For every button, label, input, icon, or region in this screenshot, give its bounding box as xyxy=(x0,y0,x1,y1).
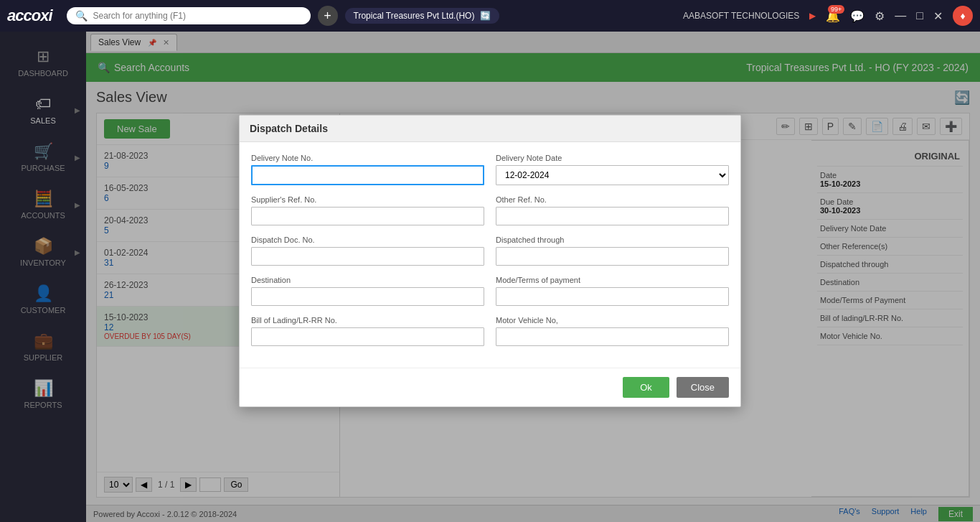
destination-input[interactable] xyxy=(251,287,484,306)
minimize-icon[interactable]: — xyxy=(895,9,906,22)
ok-button[interactable]: Ok xyxy=(623,377,669,398)
supplier-ref-no-input[interactable] xyxy=(251,207,484,225)
modal-close-button[interactable]: Close xyxy=(677,377,729,398)
dispatched-through-field: Dispatched through xyxy=(496,236,729,266)
mode-terms-label: Mode/Terms of payment xyxy=(496,276,729,284)
top-bar: accoxi 🔍 + Tropical Treasures Pvt Ltd.(H… xyxy=(0,0,980,32)
modal-overlay: Dispatch Details Delivery Note No. Deliv… xyxy=(0,0,980,522)
bill-of-lading-label: Bill of Lading/LR-RR No. xyxy=(251,316,484,325)
dispatch-doc-no-field: Dispatch Doc. No. xyxy=(251,236,484,266)
modal-body: Delivery Note No. Delivery Note Date 12-… xyxy=(240,142,740,368)
destination-label: Destination xyxy=(251,276,484,284)
supplier-ref-no-label: Supplier's Ref. No. xyxy=(251,195,484,204)
add-button[interactable]: + xyxy=(318,6,338,26)
notification-bell[interactable]: 🔔 99+ xyxy=(826,9,840,23)
search-icon: 🔍 xyxy=(75,10,88,22)
motor-vehicle-label: Motor Vehicle No, xyxy=(496,316,729,325)
modal-row-5: Bill of Lading/LR-RR No. Motor Vehicle N… xyxy=(251,316,729,346)
global-search-bar[interactable]: 🔍 xyxy=(67,7,311,24)
motor-vehicle-field: Motor Vehicle No, xyxy=(496,316,729,346)
delivery-note-no-input[interactable] xyxy=(251,165,484,185)
top-right-controls: AABASOFT TECHNOLOGIES ▶ 🔔 99+ 💬 ⚙ — □ ✕ … xyxy=(683,6,973,26)
dispatch-details-modal: Dispatch Details Delivery Note No. Deliv… xyxy=(239,115,741,407)
motor-vehicle-input[interactable] xyxy=(496,327,729,346)
modal-row-2: Supplier's Ref. No. Other Ref. No. xyxy=(251,195,729,225)
other-ref-no-input[interactable] xyxy=(496,207,729,225)
app-logo: accoxi xyxy=(7,6,52,25)
bill-of-lading-input[interactable] xyxy=(251,327,484,346)
other-ref-no-label: Other Ref. No. xyxy=(496,195,729,204)
delivery-note-no-field: Delivery Note No. xyxy=(251,154,484,185)
other-ref-no-field: Other Ref. No. xyxy=(496,195,729,225)
modal-row-3: Dispatch Doc. No. Dispatched through xyxy=(251,236,729,266)
avatar: ♦ xyxy=(953,6,973,26)
modal-row-4: Destination Mode/Terms of payment xyxy=(251,276,729,306)
delivery-note-date-field: Delivery Note Date 12-02-2024 xyxy=(496,154,729,185)
company-user-label: AABASOFT TECHNOLOGIES xyxy=(683,11,799,21)
delivery-note-date-label: Delivery Note Date xyxy=(496,154,729,162)
company-selector[interactable]: Tropical Treasures Pvt Ltd.(HO) 🔄 xyxy=(345,8,500,24)
supplier-ref-no-field: Supplier's Ref. No. xyxy=(251,195,484,225)
refresh-icon: 🔄 xyxy=(480,11,491,21)
notification-count: 99+ xyxy=(828,5,844,14)
dispatched-through-label: Dispatched through xyxy=(496,236,729,244)
arrow-icon: ▶ xyxy=(809,11,816,21)
close-icon[interactable]: ✕ xyxy=(933,9,943,23)
maximize-icon[interactable]: □ xyxy=(916,9,923,22)
company-selector-label: Tropical Treasures Pvt Ltd.(HO) xyxy=(354,11,475,21)
modal-row-1: Delivery Note No. Delivery Note Date 12-… xyxy=(251,154,729,185)
delivery-note-date-select[interactable]: 12-02-2024 xyxy=(496,165,729,185)
dispatched-through-input[interactable] xyxy=(496,247,729,266)
mode-terms-field: Mode/Terms of payment xyxy=(496,276,729,306)
chat-icon[interactable]: 💬 xyxy=(850,9,864,23)
delivery-note-no-label: Delivery Note No. xyxy=(251,154,484,162)
bill-of-lading-field: Bill of Lading/LR-RR No. xyxy=(251,316,484,346)
destination-field: Destination xyxy=(251,276,484,306)
modal-header: Dispatch Details xyxy=(240,116,740,142)
search-input[interactable] xyxy=(93,11,302,21)
mode-terms-input[interactable] xyxy=(496,287,729,306)
dispatch-doc-no-label: Dispatch Doc. No. xyxy=(251,236,484,244)
dispatch-doc-no-input[interactable] xyxy=(251,247,484,266)
settings-icon[interactable]: ⚙ xyxy=(875,9,885,23)
modal-footer: Ok Close xyxy=(240,368,740,406)
